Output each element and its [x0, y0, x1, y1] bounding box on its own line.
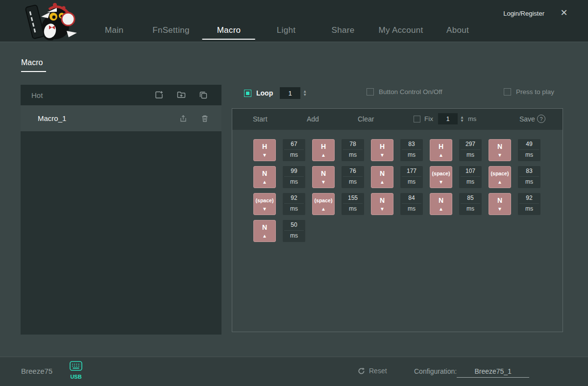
key-up-icon: ▲: [497, 179, 502, 185]
macro-event: N ▼ 76 ms: [312, 166, 364, 188]
macro-key-button[interactable]: (space) ▲: [489, 166, 511, 188]
start-button[interactable]: Start: [253, 115, 268, 123]
macro-delay-tile[interactable]: 76 ms: [342, 166, 364, 188]
help-icon[interactable]: ?: [537, 115, 545, 123]
macro-key-button[interactable]: H ▼: [371, 139, 393, 161]
reset-label: Reset: [369, 367, 387, 375]
configuration-group: Configuration: Breeze75_1: [414, 367, 529, 378]
macro-delay-tile[interactable]: 49 ms: [518, 139, 540, 161]
close-icon[interactable]: ✕: [559, 7, 569, 18]
macro-event: N ▲ 50 ms: [253, 220, 305, 242]
key-up-icon: ▲: [262, 233, 267, 239]
nav-tab-main[interactable]: Main: [105, 25, 123, 35]
macro-delay-tile[interactable]: 84 ms: [400, 193, 423, 215]
macro-list-header: Hot: [21, 85, 221, 105]
nav-tab-share[interactable]: Share: [332, 25, 355, 35]
macro-key-button[interactable]: N ▲: [371, 166, 393, 188]
macro-key-button[interactable]: N ▲: [253, 166, 276, 188]
macro-delay-tile[interactable]: 177 ms: [400, 166, 423, 188]
device-name: Breeze75: [21, 367, 52, 375]
key-up-icon: ▲: [321, 152, 326, 158]
macro-key-button[interactable]: (space) ▼: [430, 166, 452, 188]
page-title-underline: [21, 71, 46, 72]
macro-event: H ▲ 297 ms: [430, 139, 482, 161]
app-window: Main FnSetting Macro Light Share My Acco…: [0, 0, 588, 386]
macro-delay-tile[interactable]: 50 ms: [283, 220, 305, 242]
nav-tab-light[interactable]: Light: [277, 25, 295, 35]
macro-event: (space) ▲ 155 ms: [312, 193, 364, 215]
press-to-play-checkbox[interactable]: [504, 88, 511, 96]
macro-key-button[interactable]: N ▲: [430, 193, 452, 215]
macro-list-panel: Hot: [21, 85, 221, 335]
fix-delay-checkbox[interactable]: [414, 116, 420, 122]
macro-editor-panel: Start Add Clear Fix 1 ▲▼ ms Save ? H ▼ 6…: [232, 108, 563, 332]
nav-tab-macro[interactable]: Macro: [217, 25, 241, 35]
login-register-link[interactable]: Login/Register: [503, 10, 544, 17]
macro-delay-tile[interactable]: 155 ms: [342, 193, 364, 215]
key-down-icon: ▼: [497, 152, 502, 158]
macro-delay-tile[interactable]: 67 ms: [283, 139, 305, 161]
macro-delay-tile[interactable]: 83 ms: [400, 139, 423, 161]
macro-event: N ▼ 92 ms: [489, 193, 540, 215]
macro-delay-tile[interactable]: 297 ms: [459, 139, 482, 161]
macro-key-button[interactable]: N ▼: [371, 193, 393, 215]
macro-key-button[interactable]: N ▼: [489, 139, 511, 161]
new-macro-icon[interactable]: [155, 91, 164, 99]
titlebar: Main FnSetting Macro Light Share My Acco…: [0, 0, 588, 42]
macro-event: N ▲ 177 ms: [371, 166, 423, 188]
button-control-label: Button Control On/Off: [379, 88, 442, 96]
macro-key-button[interactable]: H ▲: [430, 139, 452, 161]
fix-delay-input[interactable]: 1: [438, 113, 458, 124]
macro-delay-tile[interactable]: 85 ms: [459, 193, 482, 215]
macro-key-button[interactable]: N ▼: [312, 166, 335, 188]
reset-icon: [358, 367, 365, 375]
fix-delay-unit: ms: [468, 115, 476, 122]
macro-event: H ▼ 83 ms: [371, 139, 423, 161]
fix-delay-stepper[interactable]: ▲▼: [460, 116, 464, 122]
loop-count-stepper[interactable]: ▲▼: [303, 90, 307, 96]
export-icon[interactable]: [179, 115, 187, 122]
nav-tab-fnsetting[interactable]: FnSetting: [152, 25, 189, 35]
key-down-icon: ▼: [380, 206, 385, 212]
nav-tab-about[interactable]: About: [446, 25, 469, 35]
key-down-icon: ▼: [262, 152, 267, 158]
macro-key-button[interactable]: N ▲: [253, 220, 276, 242]
macro-delay-tile[interactable]: 107 ms: [459, 166, 482, 188]
macro-event: (space) ▲ 83 ms: [489, 166, 540, 188]
macro-delay-tile[interactable]: 78 ms: [342, 139, 364, 161]
add-button[interactable]: Add: [307, 115, 319, 123]
key-up-icon: ▲: [321, 206, 326, 212]
key-up-icon: ▲: [439, 152, 443, 158]
macro-delay-tile[interactable]: 92 ms: [283, 193, 305, 215]
add-folder-icon[interactable]: [177, 91, 186, 99]
macro-key-button[interactable]: H ▲: [312, 139, 335, 161]
macro-event: N ▲ 85 ms: [430, 193, 482, 215]
delete-icon[interactable]: [201, 115, 209, 122]
macro-event: (space) ▼ 92 ms: [253, 193, 305, 215]
key-down-icon: ▼: [262, 206, 267, 212]
loop-count-input[interactable]: 1: [280, 87, 300, 99]
button-control-checkbox[interactable]: [367, 88, 374, 96]
key-up-icon: ▲: [380, 179, 385, 185]
loop-checkbox[interactable]: [244, 90, 251, 97]
macro-key-button[interactable]: N ▼: [489, 193, 511, 215]
macro-key-button[interactable]: H ▼: [253, 139, 276, 161]
configuration-value[interactable]: Breeze75_1: [457, 367, 529, 378]
reset-button[interactable]: Reset: [358, 367, 387, 375]
press-to-play-label: Press to play: [516, 88, 554, 96]
macro-event: N ▲ 99 ms: [253, 166, 305, 188]
nav-tab-my-account[interactable]: My Account: [379, 25, 423, 35]
macro-delay-tile[interactable]: 83 ms: [518, 166, 540, 188]
status-bar: Breeze75 USB Reset Configuration: Breeze…: [0, 357, 588, 386]
key-down-icon: ▼: [380, 152, 385, 158]
macro-key-button[interactable]: (space) ▼: [253, 193, 276, 215]
copy-icon[interactable]: [199, 91, 208, 99]
connection-label: USB: [69, 374, 83, 380]
macro-key-button[interactable]: (space) ▲: [312, 193, 335, 215]
macro-event: H ▼ 67 ms: [253, 139, 305, 161]
clear-button[interactable]: Clear: [358, 115, 374, 123]
save-button[interactable]: Save: [519, 115, 535, 123]
macro-list-item[interactable]: Macro_1: [21, 105, 221, 131]
macro-delay-tile[interactable]: 99 ms: [283, 166, 305, 188]
macro-delay-tile[interactable]: 92 ms: [518, 193, 540, 215]
